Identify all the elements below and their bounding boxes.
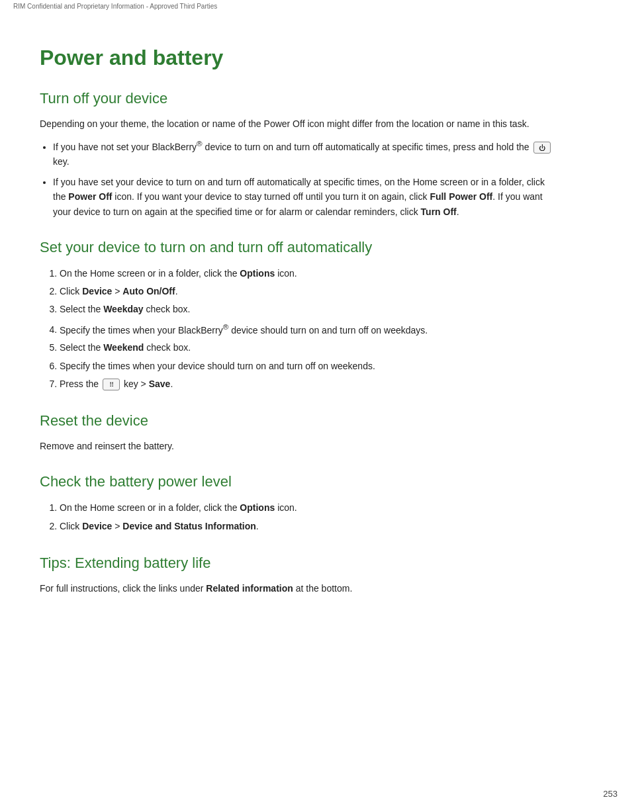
page-number: 253 [603, 789, 618, 799]
list-item: On the Home screen or in a folder, click… [60, 265, 556, 282]
section-title-auto-on-off: Set your device to turn on and turn off … [40, 239, 556, 256]
section-extend-battery: Tips: Extending battery life For full in… [40, 555, 556, 596]
list-item: If you have not set your BlackBerry® dev… [53, 138, 556, 169]
confidential-text: RIM Confidential and Proprietary Informa… [13, 3, 217, 10]
confidential-bar: RIM Confidential and Proprietary Informa… [0, 0, 644, 13]
list-item: Select the Weekday check box. [60, 301, 556, 318]
list-item: Click Device > Auto On/Off. [60, 283, 556, 300]
reset-body: Remove and reinsert the battery. [40, 439, 556, 453]
section-turn-off-device: Turn off your device Depending on your t… [40, 90, 556, 219]
section-check-battery: Check the battery power level On the Hom… [40, 473, 556, 534]
list-item: Specify the times when your device shoul… [60, 358, 556, 375]
section-title-reset: Reset the device [40, 412, 556, 429]
menu-key-icon: ⠿ [103, 379, 120, 390]
section-title-check-battery: Check the battery power level [40, 473, 556, 490]
list-item: If you have set your device to turn on a… [53, 175, 556, 219]
list-item: Press the ⠿ key > Save. [60, 376, 556, 392]
section-reset-device: Reset the device Remove and reinsert the… [40, 412, 556, 453]
turn-off-bullets: If you have not set your BlackBerry® dev… [53, 138, 556, 219]
check-battery-steps: On the Home screen or in a folder, click… [60, 500, 556, 534]
list-item: Click Device > Device and Status Informa… [60, 518, 556, 535]
turn-off-intro: Depending on your theme, the location or… [40, 116, 556, 131]
section-title-extend-battery: Tips: Extending battery life [40, 555, 556, 572]
list-item: On the Home screen or in a folder, click… [60, 500, 556, 516]
auto-on-off-steps: On the Home screen or in a folder, click… [60, 265, 556, 392]
page-title: Power and battery [40, 46, 556, 70]
power-key-icon: ⏻ [533, 142, 551, 154]
section-title-turn-off: Turn off your device [40, 90, 556, 107]
extend-battery-body: For full instructions, click the links u… [40, 581, 556, 596]
list-item: Select the Weekend check box. [60, 339, 556, 356]
list-item: Specify the times when your BlackBerry® … [60, 320, 556, 339]
page-content: Power and battery Turn off your device D… [0, 13, 596, 655]
section-auto-on-off: Set your device to turn on and turn off … [40, 239, 556, 392]
